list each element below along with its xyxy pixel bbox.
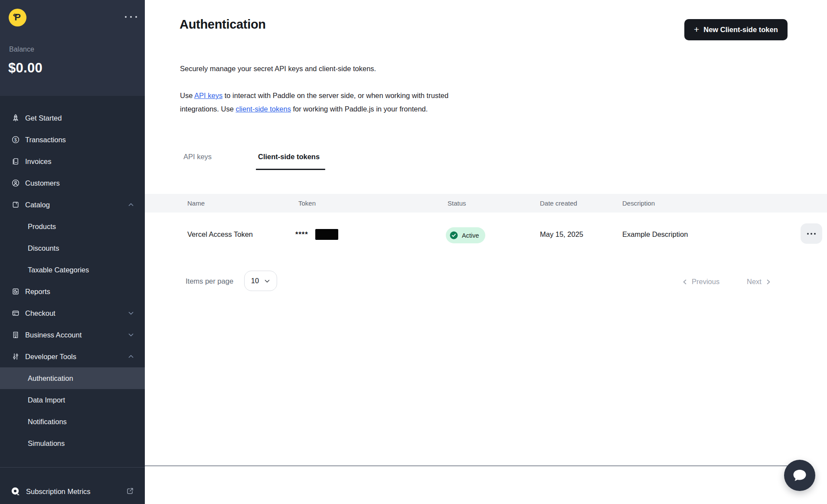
sidebar-item-label: Products: [28, 223, 56, 231]
tab-api-keys[interactable]: API keys: [183, 153, 212, 161]
sidebar-item-label: Catalog: [25, 201, 50, 209]
previous-page-button[interactable]: Previous: [682, 278, 719, 286]
column-header-description: Description: [622, 200, 655, 207]
paddle-logo[interactable]: P: [9, 9, 26, 26]
customers-icon: [11, 179, 20, 187]
sidebar-item-label: Simulations: [28, 439, 65, 448]
column-header-status: Status: [448, 200, 466, 207]
sidebar-item-label: Data Import: [28, 396, 65, 404]
sidebar-footer-divider: [0, 467, 145, 468]
sidebar-item-label: Developer Tools: [25, 353, 76, 361]
column-header-date-created: Date created: [540, 200, 577, 207]
sidebar-item-label: Discounts: [28, 244, 59, 252]
dollar-circle-icon: $: [11, 135, 20, 144]
api-keys-link[interactable]: API keys: [194, 92, 222, 99]
paddle-logo-arrow-icon: [13, 13, 18, 17]
sidebar-menu-icon[interactable]: [121, 11, 141, 23]
table-row: Vercel Access Token **** Active May 15, …: [145, 213, 827, 253]
intro-text-part: Use: [180, 92, 194, 99]
status-badge-label: Active: [462, 232, 479, 239]
token-name-cell: Vercel Access Token: [187, 230, 253, 239]
sidebar-item-data-import[interactable]: Data Import: [0, 389, 145, 411]
chat-bubble-icon: [791, 467, 808, 484]
catalog-icon: [11, 200, 20, 209]
chevron-down-icon: [127, 331, 134, 338]
sidebar-item-label: Get Started: [25, 114, 62, 122]
token-masked-cell: ****: [295, 230, 308, 239]
building-icon: [11, 331, 20, 339]
sidebar-footer-label: Subscription Metrics: [26, 488, 91, 496]
sidebar-item-simulations[interactable]: Simulations: [0, 432, 145, 454]
column-header-token: Token: [298, 200, 316, 207]
plus-icon: +: [694, 24, 699, 35]
invoice-icon: [11, 157, 20, 166]
sidebar-item-developer-tools[interactable]: Developer Tools: [0, 346, 145, 367]
previous-label: Previous: [692, 278, 719, 286]
page-title: Authentication: [180, 17, 266, 32]
sidebar-item-label: Invoices: [25, 157, 52, 166]
next-page-button[interactable]: Next: [747, 278, 771, 286]
sidebar-item-invoices[interactable]: Invoices: [0, 151, 145, 172]
new-client-side-token-button[interactable]: + New Client-side token: [684, 19, 788, 40]
row-divider: [145, 465, 803, 466]
sidebar-item-label: Business Account: [25, 331, 82, 339]
balance-value: $0.00: [8, 60, 42, 76]
chevron-down-icon: [264, 278, 270, 284]
intro-text-2: Use API keys to interact with Paddle on …: [180, 89, 489, 116]
sidebar-item-get-started[interactable]: Get Started: [0, 107, 145, 129]
sidebar-item-checkout[interactable]: Checkout: [0, 302, 145, 324]
sidebar-item-reports[interactable]: Reports: [0, 281, 145, 302]
description-cell: Example Description: [622, 230, 688, 239]
tab-client-side-tokens[interactable]: Client-side tokens: [258, 153, 320, 161]
sidebar-item-taxable-categories[interactable]: Taxable Categories: [0, 259, 145, 281]
reports-icon: [11, 287, 20, 296]
sidebar-item-label: Reports: [25, 288, 50, 296]
chevron-left-icon: [682, 278, 688, 285]
sliders-icon: [11, 352, 20, 361]
chevron-up-icon: [127, 201, 134, 208]
items-per-page-value: 10: [251, 277, 259, 285]
token-redaction-box: [315, 229, 338, 240]
sidebar-item-products[interactable]: Products: [0, 216, 145, 237]
ellipsis-icon: [807, 233, 809, 235]
sidebar-item-customers[interactable]: Customers: [0, 172, 145, 194]
intro-text-part: for working with Paddle.js in your front…: [291, 105, 428, 113]
status-badge: Active: [446, 227, 485, 243]
sidebar-item-notifications[interactable]: Notifications: [0, 411, 145, 432]
sidebar-item-label: Customers: [25, 179, 60, 187]
chevron-right-icon: [765, 278, 771, 285]
row-actions-button[interactable]: [801, 223, 822, 244]
next-label: Next: [747, 278, 762, 286]
profitwell-logo-icon: [10, 486, 21, 497]
sidebar-item-label: Authentication: [28, 374, 73, 383]
items-per-page-select[interactable]: 10: [244, 271, 277, 291]
svg-text:$: $: [14, 137, 17, 142]
client-side-tokens-link[interactable]: client-side tokens: [235, 105, 291, 113]
sidebar-item-label: Checkout: [25, 309, 56, 317]
chat-widget-button[interactable]: [784, 460, 815, 491]
sidebar: P Balance $0.00 Get Started $ Transactio…: [0, 0, 145, 504]
chevron-down-icon: [127, 310, 134, 317]
sidebar-item-authentication[interactable]: Authentication: [0, 367, 145, 389]
table-header-row: Name Token Status Date created Descripti…: [145, 194, 827, 213]
sidebar-item-discounts[interactable]: Discounts: [0, 237, 145, 259]
date-created-cell: May 15, 2025: [540, 230, 583, 239]
new-token-button-label: New Client-side token: [703, 26, 778, 34]
column-header-name: Name: [187, 200, 205, 207]
sidebar-item-subscription-metrics[interactable]: Subscription Metrics: [0, 481, 145, 502]
sidebar-header: P Balance $0.00: [0, 0, 145, 96]
sidebar-item-business-account[interactable]: Business Account: [0, 324, 145, 346]
sidebar-item-transactions[interactable]: $ Transactions: [0, 129, 145, 151]
sidebar-item-label: Taxable Categories: [28, 266, 89, 274]
items-per-page-label: Items per page: [186, 277, 233, 285]
chevron-up-icon: [127, 353, 134, 360]
sidebar-item-catalog[interactable]: Catalog: [0, 194, 145, 216]
credit-card-icon: [11, 309, 20, 317]
balance-label: Balance: [9, 46, 34, 53]
sidebar-item-label: Transactions: [25, 136, 66, 144]
rocket-icon: [11, 114, 20, 122]
check-circle-icon: [449, 231, 458, 240]
sidebar-item-label: Notifications: [28, 418, 67, 426]
active-tab-underline: [256, 169, 325, 170]
main-content: Authentication + New Client-side token S…: [145, 0, 827, 504]
